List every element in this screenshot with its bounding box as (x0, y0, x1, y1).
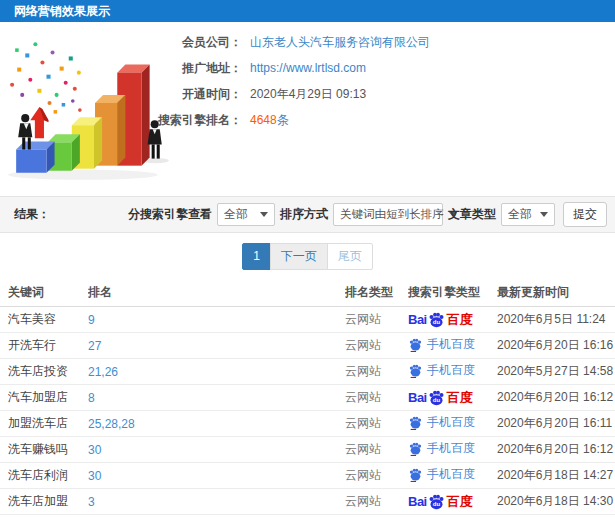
mobile-baidu-text: 手机百度 (427, 414, 475, 431)
article-type-select[interactable]: 全部 (501, 203, 555, 226)
result-label: 结果： (14, 206, 50, 223)
rank-type-cell: 云网站 (345, 467, 408, 484)
pagination: 1 下一页 尾页 (0, 233, 615, 279)
submit-button[interactable]: 提交 (563, 202, 607, 227)
rank-link[interactable]: 30 (88, 443, 345, 457)
table-row: 洗车赚钱吗 30 云网站 手机百度 2020年6月20日 16 (0, 437, 615, 463)
mobile-baidu-paw-icon (409, 364, 422, 378)
company-info: 会员公司： 山东老人头汽车服务咨询有限公司 推广地址： https://www.… (60, 36, 430, 126)
keyword-cell: 洗车店利润 (8, 467, 88, 484)
baidu-cn-text: 百度 (447, 389, 473, 407)
article-type-select-value: 全部 (508, 206, 532, 223)
keyword-cell: 开洗车行 (8, 337, 88, 354)
updated-cell: 2020年6月18日 14:30 (497, 493, 615, 510)
baidu-paw-icon: du (428, 390, 445, 406)
sort-select-value: 关键词由短到长排序 (340, 207, 444, 222)
filter-controls: 分搜索引擎查看 全部 排序方式 关键词由短到长排序 文章类型 全部 提交 (128, 202, 607, 227)
mobile-baidu-paw-icon (409, 468, 422, 482)
baidu-paw-icon: du (428, 312, 445, 328)
keyword-cell: 汽车美容 (8, 311, 88, 328)
rank-unit: 条 (277, 113, 289, 127)
engine-rank-count-link[interactable]: 4648条 (250, 114, 289, 126)
header-rank: 排名 (88, 284, 345, 301)
page-title: 网络营销效果展示 (14, 4, 110, 18)
baidu-paw-icon: du (428, 494, 445, 510)
promo-url-link[interactable]: https://www.lrtlsd.com (250, 62, 366, 74)
chevron-down-icon (540, 212, 548, 217)
rank-link[interactable]: 9 (88, 313, 345, 327)
rank-type-cell: 云网站 (345, 363, 408, 380)
engine-cell: 手机百度 (408, 336, 497, 355)
mobile-baidu-logo: 手机百度 (408, 440, 475, 457)
member-company-link[interactable]: 山东老人头汽车服务咨询有限公司 (250, 36, 430, 48)
member-company-label: 会员公司： (60, 36, 242, 48)
info-section: 会员公司： 山东老人头汽车服务咨询有限公司 推广地址： https://www.… (0, 22, 615, 196)
mobile-baidu-logo: 手机百度 (408, 414, 475, 431)
rank-link[interactable]: 25,28,28 (88, 417, 345, 431)
engine-rank-row: 搜索引擎排名： 4648条 (60, 114, 430, 126)
header-rank-type: 排名类型 (345, 284, 408, 301)
rank-type-cell: 云网站 (345, 415, 408, 432)
rank-type-cell: 云网站 (345, 493, 408, 510)
page-button-1[interactable]: 1 (242, 243, 271, 270)
page: 网络营销效果展示 (0, 0, 615, 520)
topbar: 网络营销效果展示 (0, 0, 615, 22)
baidu-cn-text: 百度 (447, 311, 473, 329)
table-row: 汽车美容 9 云网站 Bai du 百度 202 (0, 307, 615, 333)
baidu-logo-text: Bai (408, 390, 427, 405)
table-header-row: 关键词 排名 排名类型 搜索引擎类型 最新更新时间 (0, 279, 615, 307)
mobile-baidu-text: 手机百度 (427, 362, 475, 379)
rank-type-cell: 云网站 (345, 311, 408, 328)
mobile-baidu-logo: 手机百度 (408, 362, 475, 379)
engine-cell: Bai du 百度 (408, 389, 497, 407)
next-page-button[interactable]: 下一页 (270, 243, 328, 270)
updated-cell: 2020年6月5日 11:24 (497, 311, 615, 328)
open-time-label: 开通时间： (60, 88, 242, 100)
updated-cell: 2020年6月20日 16:12 (497, 389, 615, 406)
promo-url-row: 推广地址： https://www.lrtlsd.com (60, 62, 430, 74)
last-page-button[interactable]: 尾页 (327, 243, 373, 270)
baidu-pc-logo: Bai du 百度 (408, 493, 473, 511)
keyword-cell: 洗车店加盟 (8, 493, 88, 510)
engine-cell: 手机百度 (408, 362, 497, 381)
updated-cell: 2020年6月18日 14:27 (497, 467, 615, 484)
engine-cell: 手机百度 (408, 414, 497, 433)
mobile-baidu-logo: 手机百度 (408, 466, 475, 483)
open-time-row: 开通时间： 2020年4月29日 09:13 (60, 88, 430, 100)
mobile-baidu-text: 手机百度 (427, 440, 475, 457)
keyword-cell: 加盟洗车店 (8, 415, 88, 432)
rank-type-cell: 云网站 (345, 337, 408, 354)
rank-link[interactable]: 8 (88, 391, 345, 405)
rank-link[interactable]: 27 (88, 339, 345, 353)
baidu-logo-text: Bai (408, 312, 427, 327)
engine-cell: 手机百度 (408, 466, 497, 485)
keyword-cell: 洗车店投资 (8, 363, 88, 380)
svg-text:du: du (433, 397, 441, 403)
header-engine-type: 搜索引擎类型 (408, 284, 497, 301)
results-table: 关键词 排名 排名类型 搜索引擎类型 最新更新时间 汽车美容 9 云网站 Bai (0, 279, 615, 515)
mobile-baidu-text: 手机百度 (427, 466, 475, 483)
table-row: 洗车店加盟 3 云网站 Bai du 百度 20 (0, 489, 615, 515)
rank-link[interactable]: 21,26 (88, 365, 345, 379)
sort-select[interactable]: 关键词由短到长排序 (333, 203, 443, 226)
rank-link[interactable]: 3 (88, 495, 345, 509)
engine-cell: Bai du 百度 (408, 493, 497, 511)
svg-text:du: du (433, 319, 441, 325)
engine-select-value: 全部 (224, 206, 248, 223)
engine-select[interactable]: 全部 (217, 203, 275, 226)
rank-type-cell: 云网站 (345, 389, 408, 406)
baidu-logo-text: Bai (408, 494, 427, 509)
baidu-cn-text: 百度 (447, 493, 473, 511)
header-keyword: 关键词 (8, 284, 88, 301)
engine-rank-label: 搜索引擎排名： (60, 114, 242, 126)
table-row: 洗车店利润 30 云网站 手机百度 2020年6月18日 14 (0, 463, 615, 489)
updated-cell: 2020年6月20日 16:16 (497, 337, 615, 354)
rank-count: 4648 (250, 113, 277, 127)
mobile-baidu-text: 手机百度 (427, 336, 475, 353)
rank-type-cell: 云网站 (345, 441, 408, 458)
updated-cell: 2020年6月20日 16:12 (497, 441, 615, 458)
rank-link[interactable]: 30 (88, 469, 345, 483)
header-updated: 最新更新时间 (497, 284, 615, 301)
filter-bar: 结果： 分搜索引擎查看 全部 排序方式 关键词由短到长排序 文章类型 全部 提交 (0, 196, 615, 233)
chevron-down-icon (260, 212, 268, 217)
